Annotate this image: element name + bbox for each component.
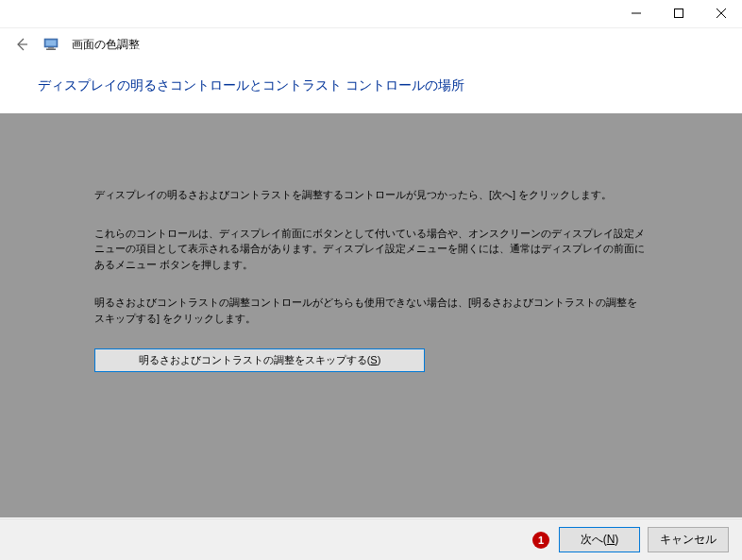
svg-rect-6: [46, 41, 57, 46]
content-paragraph-3: 明るさおよびコントラストの調整コントロールがどちらも使用できない場合は、[明るさ…: [94, 295, 648, 326]
step-badge: 1: [532, 532, 549, 549]
svg-rect-7: [48, 47, 54, 49]
back-button[interactable]: [13, 36, 30, 53]
app-icon: [43, 37, 59, 52]
skip-button-label: 明るさおよびコントラストの調整をスキップする: [139, 354, 367, 365]
close-icon: [717, 8, 726, 18]
page-heading: ディスプレイの明るさコントロールとコントラスト コントロールの場所: [0, 64, 742, 113]
svg-rect-8: [46, 49, 56, 51]
minimize-button[interactable]: [615, 0, 657, 26]
cancel-button[interactable]: キャンセル: [648, 527, 729, 552]
maximize-icon: [674, 8, 683, 18]
footer: 1 次へ(N) キャンセル: [0, 518, 742, 560]
close-button[interactable]: [700, 0, 742, 26]
header: 画面の色調整: [0, 28, 742, 64]
skip-brightness-contrast-button[interactable]: 明るさおよびコントラストの調整をスキップする(S): [94, 348, 425, 372]
skip-button-accelerator: S: [370, 354, 377, 365]
back-arrow-icon: [14, 37, 29, 52]
header-title: 画面の色調整: [72, 37, 140, 53]
monitor-icon: [43, 37, 59, 52]
next-button[interactable]: 次へ(N): [559, 527, 640, 552]
content-paragraph-2: これらのコントロールは、ディスプレイ前面にボタンとして付いている場合や、オンスク…: [94, 226, 648, 273]
titlebar: [0, 0, 742, 28]
maximize-button[interactable]: [657, 0, 700, 26]
content-area: ディスプレイの明るさおよびコントラストを調整するコントロールが見つかったら、[次…: [0, 113, 742, 518]
next-button-label: 次へ: [581, 533, 603, 546]
minimize-icon: [632, 8, 641, 18]
content-paragraph-1: ディスプレイの明るさおよびコントラストを調整するコントロールが見つかったら、[次…: [94, 187, 648, 203]
window-controls: [615, 0, 742, 27]
svg-rect-1: [674, 9, 683, 18]
next-button-accelerator: N: [607, 533, 616, 546]
